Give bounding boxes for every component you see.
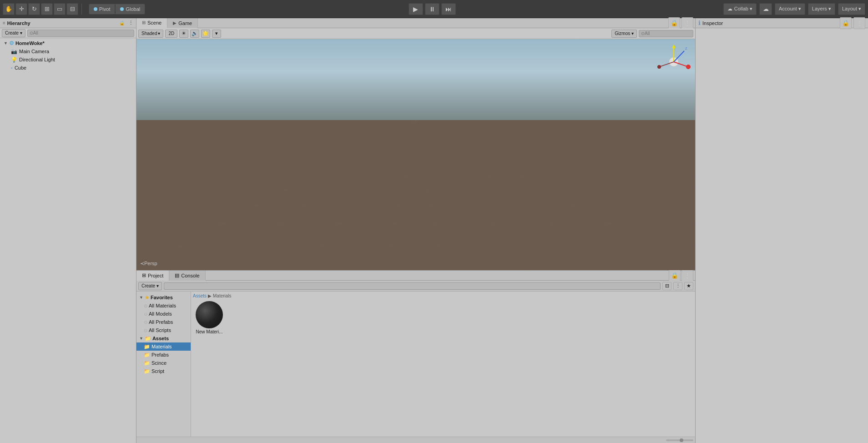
layout-btn[interactable]: Layout ▾	[838, 3, 865, 15]
lighting-btn[interactable]: ☀	[179, 30, 188, 38]
search-icon-models: ⊙	[144, 312, 147, 317]
tree-item-script[interactable]: 📁 Script	[136, 367, 191, 375]
search-icon-scripts: ⊙	[144, 328, 147, 333]
material-sphere	[196, 301, 223, 328]
tab-project[interactable]: ⊞ Project	[136, 271, 169, 281]
assets-label: Assets	[152, 336, 169, 341]
inspector-more-btn[interactable]: ⋮	[853, 17, 865, 29]
project-tab-icon: ⊞	[142, 272, 146, 278]
breadcrumb-assets[interactable]: Assets	[193, 293, 207, 298]
gizmo-svg: z	[656, 43, 691, 78]
tree-item-materials[interactable]: 📁 Materials	[136, 342, 191, 351]
step-btn[interactable]: ⏭	[441, 3, 456, 15]
hierarchy-item-label: Cube	[15, 65, 26, 70]
bottom-lock-btn[interactable]: 🔒	[669, 270, 681, 282]
favorites-all-materials[interactable]: ⊙ All Materials	[136, 302, 191, 310]
scene-more-btn[interactable]: ⋮	[681, 17, 693, 29]
scale-tool-btn[interactable]: ⊞	[41, 3, 53, 15]
pause-btn[interactable]: ⏸	[425, 3, 439, 15]
hierarchy-toolbar: Create ▾	[0, 28, 136, 38]
scene-toolbar: Shaded ▾ 2D ☀ 🔊 🌟 ▾ Gizmos ▾	[136, 28, 695, 39]
hierarchy-item-main-camera[interactable]: 📷 Main Camera	[0, 47, 136, 55]
bottom-scroll	[136, 437, 695, 443]
hierarchy-create-btn[interactable]: Create ▾	[2, 29, 25, 37]
pivot-label: Pivot	[99, 6, 110, 12]
camera-icon: 📷	[11, 49, 17, 55]
favorites-models-label: All Models	[149, 311, 172, 317]
scene-arrow-icon: ▼	[4, 41, 8, 45]
inspector-lock-btn[interactable]: 🔒	[840, 17, 852, 29]
shaded-btn[interactable]: Shaded ▾	[138, 30, 163, 38]
project-create-btn[interactable]: Create ▾	[138, 282, 162, 290]
breadcrumb-materials: Materials	[213, 293, 232, 298]
hierarchy-lock-icon[interactable]: 🔒	[119, 20, 125, 25]
svg-line-8	[388, 120, 416, 270]
fx-btn[interactable]: 🌟	[201, 30, 210, 38]
scene-view[interactable]: z ≺Persp	[136, 39, 695, 270]
rotate-tool-btn[interactable]: ↻	[28, 3, 40, 15]
bottom-more-btn[interactable]: ⋮	[681, 270, 693, 282]
hierarchy-create-label: Create ▾	[5, 30, 22, 35]
global-btn[interactable]: Global	[115, 4, 145, 15]
zoom-slider-thumb[interactable]	[680, 438, 683, 442]
gizmos-section: Gizmos ▾	[611, 30, 693, 38]
svg-line-5	[136, 120, 416, 270]
favorites-section[interactable]: ▼ ★ Favorites	[136, 293, 191, 302]
game-tab-icon: ▶	[173, 20, 177, 25]
scene-tab-controls: 🔒 ⋮	[668, 17, 695, 29]
hierarchy-item-label: Main Camera	[19, 49, 49, 54]
tab-scene[interactable]: ⊞ Scene	[136, 18, 167, 28]
tab-console[interactable]: ▤ Console	[169, 271, 205, 281]
project-icon-btn2[interactable]: ⋮	[673, 282, 682, 290]
scene-maximize-btn[interactable]: 🔒	[668, 17, 680, 29]
asset-item-material[interactable]: New Materi...	[193, 300, 226, 335]
project-icon-btn1[interactable]: ⊟	[662, 282, 671, 290]
tree-item-prefabs[interactable]: 📁 Prefabs	[136, 351, 191, 359]
hierarchy-menu-icon[interactable]: ⋮	[128, 20, 133, 26]
tree-item-scince[interactable]: 📁 Scince	[136, 359, 191, 367]
audio-btn[interactable]: 🔊	[190, 30, 199, 38]
favorites-all-prefabs[interactable]: ⊙ All Prefabs	[136, 318, 191, 326]
move-tool-btn[interactable]: ✛	[15, 3, 27, 15]
zoom-slider-track[interactable]	[666, 439, 693, 441]
project-icon-btn3[interactable]: ★	[684, 282, 693, 290]
rect-tool-btn[interactable]: ▭	[54, 3, 66, 15]
scene-menu-btn[interactable]: ▾	[212, 30, 221, 38]
2d-btn[interactable]: 2D	[165, 30, 177, 38]
favorites-arrow: ▼	[139, 295, 143, 300]
hierarchy-item-directional-light[interactable]: 💡 Directional Light	[0, 55, 136, 64]
layers-btn[interactable]: Layers ▾	[808, 3, 835, 15]
scene-search-input[interactable]	[639, 30, 693, 37]
center-main: z ≺Persp ⊞ Project ▤	[136, 39, 695, 443]
hand-tool-btn[interactable]: ✋	[3, 3, 15, 15]
collab-btn[interactable]: ☁ Collab ▾	[723, 3, 757, 15]
center-column: ⊞ Scene ▶ Game 🔒 ⋮ Shaded ▾ 2D ☀	[136, 18, 695, 443]
scene-tab-bar: ⊞ Scene ▶ Game 🔒 ⋮	[136, 18, 695, 28]
transform-all-btn[interactable]: ⊟	[66, 3, 78, 15]
pivot-indicator	[94, 7, 97, 11]
favorites-all-scripts[interactable]: ⊙ All Scripts	[136, 326, 191, 334]
hierarchy-item-cube[interactable]: ▪ Cube	[0, 64, 136, 72]
favorites-icon: ★	[145, 295, 149, 301]
account-btn[interactable]: Account ▾	[775, 3, 805, 15]
search-icon-materials: ⊙	[144, 303, 147, 308]
play-btn[interactable]: ▶	[409, 3, 423, 15]
svg-text:z: z	[685, 46, 687, 50]
bottom-content: ▼ ★ Favorites ⊙ All Materials ⊙ All Mode…	[136, 292, 695, 437]
tab-game[interactable]: ▶ Game	[167, 18, 198, 28]
gizmos-btn[interactable]: Gizmos ▾	[611, 30, 637, 38]
assets-section[interactable]: ▼ 📁 Assets	[136, 334, 191, 342]
pivot-btn[interactable]: Pivot	[89, 4, 115, 15]
hierarchy-search-input[interactable]	[27, 30, 134, 37]
favorites-all-models[interactable]: ⊙ All Models	[136, 310, 191, 318]
scene-gizmo[interactable]: z	[656, 43, 691, 78]
project-content: Assets ▶ Materials New Materi...	[191, 292, 695, 437]
cloud-btn[interactable]: ☁	[759, 3, 772, 15]
project-top-bar: Create ▾ ⊟ ⋮ ★	[136, 281, 695, 292]
divider-1	[81, 4, 82, 15]
top-toolbar: ✋ ✛ ↻ ⊞ ▭ ⊟ Pivot Global ▶ ⏸ ⏭ ☁ Collab …	[0, 0, 868, 18]
light-icon: 💡	[11, 57, 17, 63]
project-search-input[interactable]	[164, 282, 661, 290]
hierarchy-scene-root[interactable]: ▼ ⚙ HomeWoke*	[0, 39, 136, 47]
project-tab-label: Project	[148, 273, 163, 278]
